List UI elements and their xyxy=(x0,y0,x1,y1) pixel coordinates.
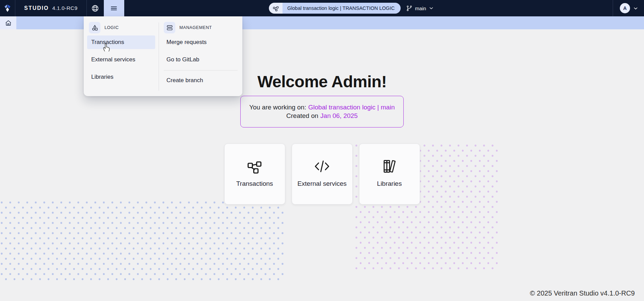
footer-copyright: © 2025 Veritran Studio v4.1.0-RC9 xyxy=(530,289,635,297)
code-icon xyxy=(313,157,331,176)
books-icon xyxy=(381,157,398,176)
working-on-prefix: You are working on: xyxy=(249,104,306,111)
avatar: A xyxy=(620,3,630,13)
created-on-date: Jan 06, 2025 xyxy=(320,112,358,120)
home-button[interactable] xyxy=(0,16,16,29)
shapes-icon xyxy=(89,22,100,33)
logic-section-header: LOGIC xyxy=(89,22,159,33)
hierarchy-icon xyxy=(246,157,263,176)
language-globe-button[interactable] xyxy=(87,0,104,16)
app-brand: STUDIO xyxy=(24,5,49,11)
menu-section-logic: LOGIC Transactions External services Lib… xyxy=(84,16,159,96)
management-section-title: MANAGEMENT xyxy=(179,25,212,30)
home-icon xyxy=(5,19,12,27)
stack-icon xyxy=(164,22,175,33)
project-pill-label: Global transaction logic | TRANSACTION L… xyxy=(283,3,401,14)
git-branch-icon xyxy=(406,5,413,12)
shortcut-cards: Transactions External services xyxy=(0,144,644,205)
logic-section-title: LOGIC xyxy=(104,25,119,30)
dots-pattern-blue xyxy=(0,201,284,282)
main-menu-button[interactable] xyxy=(104,0,124,16)
app-window: STUDIO 4.1.0-RC9 xyxy=(0,0,644,301)
menu-item-go-to-gitlab[interactable]: Go to GitLab xyxy=(162,53,239,66)
working-on-link[interactable]: Global transaction logic | main xyxy=(308,104,395,111)
menu-item-divider xyxy=(164,70,238,71)
card-external-services[interactable]: External services xyxy=(292,144,353,205)
globe-icon xyxy=(91,4,99,12)
avatar-initial: A xyxy=(623,5,627,11)
card-libraries[interactable]: Libraries xyxy=(359,144,420,205)
card-label: Transactions xyxy=(236,180,273,187)
app-version: 4.1.0-RC9 xyxy=(52,5,77,11)
working-on-box: You are working on: Global transaction l… xyxy=(240,96,404,127)
navigation-dropdown: LOGIC Transactions External services Lib… xyxy=(84,16,242,96)
menu-item-merge-requests[interactable]: Merge requests xyxy=(162,35,239,49)
menu-item-transactions[interactable]: Transactions xyxy=(87,35,155,49)
project-context-pill[interactable]: Global transaction logic | TRANSACTION L… xyxy=(269,3,401,14)
card-transactions[interactable]: Transactions xyxy=(224,144,285,205)
branch-selector[interactable]: main xyxy=(406,5,434,12)
hierarchy-icon xyxy=(269,3,283,14)
veritran-logo-icon xyxy=(0,0,15,16)
menu-item-create-branch[interactable]: Create branch xyxy=(162,74,239,87)
app-title: STUDIO 4.1.0-RC9 xyxy=(15,5,86,11)
chevron-down-icon xyxy=(633,5,639,11)
top-navbar: STUDIO 4.1.0-RC9 xyxy=(0,0,644,16)
card-label: Libraries xyxy=(377,180,402,187)
branch-name: main xyxy=(415,5,426,11)
card-label: External services xyxy=(297,180,347,187)
user-menu[interactable]: A xyxy=(613,3,644,13)
created-on-prefix: Created on xyxy=(286,112,318,120)
hamburger-icon xyxy=(110,4,118,13)
menu-item-external-services[interactable]: External services xyxy=(87,53,155,66)
menu-item-libraries[interactable]: Libraries xyxy=(87,70,155,84)
menu-section-management: MANAGEMENT Merge requests Go to GitLab C… xyxy=(159,16,242,96)
chevron-down-icon xyxy=(429,5,434,11)
management-section-header: MANAGEMENT xyxy=(164,22,242,33)
